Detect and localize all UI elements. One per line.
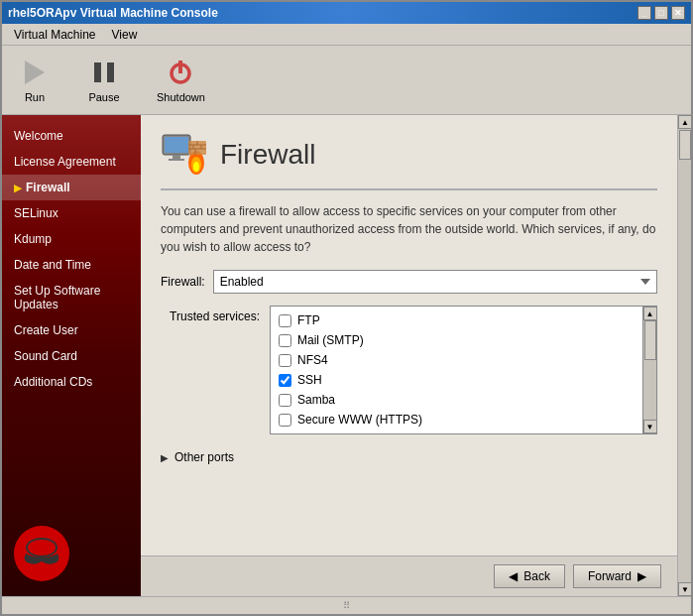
run-button[interactable]: Run — [10, 53, 59, 107]
main-scroll-track — [678, 129, 691, 582]
menubar: Virtual Machine View — [2, 24, 691, 46]
sidebar-item-software-updates[interactable]: Set Up Software Updates — [2, 278, 141, 317]
close-button[interactable]: ✕ — [671, 6, 685, 20]
service-item-smtp: Mail (SMTP) — [271, 330, 642, 350]
statusbar: ⠿ — [2, 596, 691, 614]
titlebar: rhel5ORApv Virtual Machine Console _ □ ✕ — [2, 2, 691, 24]
back-button[interactable]: ◀ Back — [494, 564, 565, 588]
back-label: Back — [523, 569, 550, 583]
maximize-button[interactable]: □ — [654, 6, 668, 20]
shutdown-label: Shutdown — [157, 91, 205, 103]
service-label-samba: Samba — [297, 393, 335, 407]
main-window: rhel5ORApv Virtual Machine Console _ □ ✕… — [0, 0, 693, 616]
minimize-button[interactable]: _ — [637, 6, 651, 20]
page-header: Firewall — [161, 131, 657, 190]
scroll-up-button[interactable]: ▲ — [643, 307, 657, 320]
shutdown-icon — [165, 57, 196, 88]
forward-button[interactable]: Forward ▶ — [573, 564, 661, 588]
titlebar-buttons: _ □ ✕ — [637, 6, 685, 20]
service-checkbox-https[interactable] — [279, 414, 291, 427]
services-container: Trusted services: FTP Mail (SMTP) — [161, 306, 657, 434]
content-inner: Firewall You can use a firewall to allow… — [141, 115, 677, 555]
other-ports-row[interactable]: ▶ Other ports — [161, 446, 657, 468]
firewall-select[interactable]: Enabled Disabled — [213, 270, 657, 294]
sidebar-welcome-label: Welcome — [14, 129, 63, 143]
sidebar-item-selinux[interactable]: SELinux — [2, 200, 141, 226]
firewall-row: Firewall: Enabled Disabled — [161, 270, 657, 294]
svg-rect-2 — [107, 62, 114, 82]
service-checkbox-ftp[interactable] — [279, 314, 291, 327]
svg-point-7 — [28, 540, 56, 555]
svg-rect-1 — [94, 62, 101, 82]
statusbar-grip-center: ⠿ — [6, 600, 687, 611]
scroll-track — [643, 320, 656, 420]
sidebar-item-firewall[interactable]: ▶ Firewall — [2, 175, 141, 200]
service-checkbox-smtp[interactable] — [279, 334, 291, 347]
back-arrow-icon: ◀ — [509, 569, 518, 583]
sidebar-firewall-label: Firewall — [26, 181, 70, 194]
service-item-nfs4: NFS4 — [271, 350, 642, 370]
main-scroll-up-button[interactable]: ▲ — [678, 115, 691, 129]
menu-view[interactable]: View — [104, 26, 146, 44]
sidebar-license-label: License Agreement — [14, 155, 116, 169]
firewall-icon — [161, 131, 208, 179]
svg-point-14 — [193, 162, 199, 172]
svg-rect-9 — [165, 137, 188, 153]
sidebar-item-license[interactable]: License Agreement — [2, 149, 141, 175]
scroll-down-button[interactable]: ▼ — [643, 420, 657, 433]
run-label: Run — [25, 91, 45, 103]
sidebar-item-welcome[interactable]: Welcome — [2, 123, 141, 149]
service-label-nfs4: NFS4 — [297, 353, 328, 367]
pause-icon — [88, 57, 120, 88]
sidebar-arrow-icon: ▶ — [14, 183, 22, 193]
sidebar-software-updates-label: Set Up Software Updates — [14, 284, 129, 311]
sidebar-item-sound-card[interactable]: Sound Card — [2, 343, 141, 369]
services-scrollbar: ▲ ▼ — [642, 307, 656, 433]
service-item-https: Secure WWW (HTTPS) — [271, 410, 642, 430]
service-label-smtp: Mail (SMTP) — [297, 333, 364, 347]
svg-rect-11 — [169, 159, 184, 161]
forward-label: Forward — [588, 569, 632, 583]
sidebar-item-datetime[interactable]: Date and Time — [2, 252, 141, 278]
service-label-ftp: FTP — [297, 313, 320, 327]
pause-label: Pause — [88, 91, 119, 103]
window-title: rhel5ORApv Virtual Machine Console — [8, 6, 218, 20]
service-item-ssh: SSH — [271, 370, 642, 390]
content-area: Firewall You can use a firewall to allow… — [141, 115, 677, 555]
service-item-samba: Samba — [271, 390, 642, 410]
sidebar-selinux-label: SELinux — [14, 206, 58, 220]
toolbar: Run Pause Shutdown — [2, 46, 691, 115]
svg-rect-10 — [173, 155, 180, 159]
svg-marker-0 — [25, 61, 45, 84]
sidebar-item-create-user[interactable]: Create User — [2, 317, 141, 343]
menu-virtual-machine[interactable]: Virtual Machine — [6, 26, 104, 44]
sidebar: Welcome License Agreement ▶ Firewall SEL… — [2, 115, 141, 596]
main-scroll-down-button[interactable]: ▼ — [678, 582, 691, 596]
forward-arrow-icon: ▶ — [637, 569, 646, 583]
service-checkbox-nfs4[interactable] — [279, 354, 291, 367]
service-checkbox-ssh[interactable] — [279, 374, 291, 387]
sidebar-item-kdump[interactable]: Kdump — [2, 226, 141, 252]
service-label-https: Secure WWW (HTTPS) — [297, 413, 422, 427]
pause-button[interactable]: Pause — [79, 53, 129, 107]
trusted-services-label: Trusted services: — [161, 306, 260, 434]
main-scroll-thumb[interactable] — [679, 130, 691, 160]
sidebar-item-additional-cds[interactable]: Additional CDs — [2, 369, 141, 395]
sidebar-sound-card-label: Sound Card — [14, 349, 77, 363]
sidebar-datetime-label: Date and Time — [14, 258, 91, 272]
firewall-label: Firewall: — [161, 275, 205, 289]
expand-arrow-icon: ▶ — [161, 452, 169, 463]
sidebar-kdump-label: Kdump — [14, 232, 52, 246]
page-title: Firewall — [220, 139, 315, 171]
shutdown-button[interactable]: Shutdown — [149, 53, 213, 107]
svg-rect-4 — [178, 61, 182, 73]
scroll-thumb[interactable] — [644, 320, 656, 360]
services-list: FTP Mail (SMTP) NFS4 — [271, 307, 656, 433]
other-ports-label: Other ports — [174, 450, 234, 464]
run-icon — [19, 57, 51, 88]
sidebar-create-user-label: Create User — [14, 323, 78, 337]
sidebar-additional-cds-label: Additional CDs — [14, 375, 92, 389]
services-list-wrapper: FTP Mail (SMTP) NFS4 — [270, 306, 657, 434]
main-content: Welcome License Agreement ▶ Firewall SEL… — [2, 115, 691, 596]
service-checkbox-samba[interactable] — [279, 394, 291, 407]
